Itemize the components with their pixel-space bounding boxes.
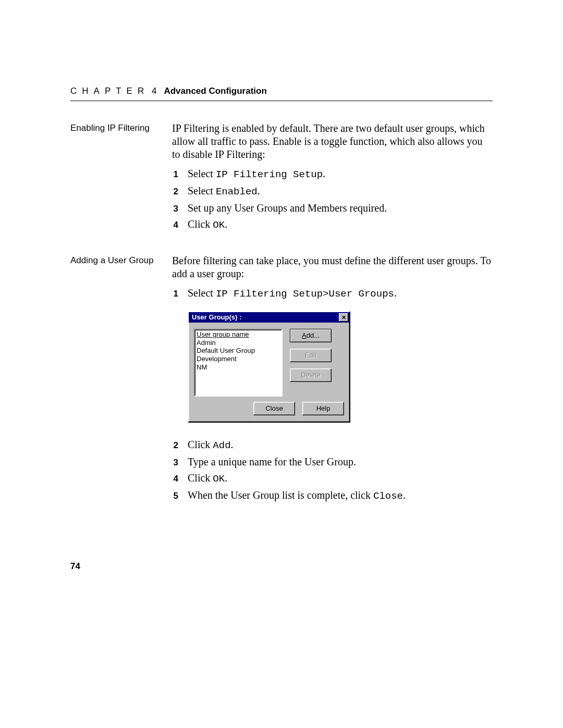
page-number: 74 — [70, 561, 80, 572]
step-number: 4 — [172, 473, 178, 484]
step-item: 2 Select Enabled. — [172, 184, 493, 199]
dialog-title: User Group(s) : — [192, 313, 241, 322]
edit-button: Edit — [290, 349, 332, 362]
step-number: 1 — [172, 288, 178, 299]
section-adding-user-group: Adding a User Group Before filtering can… — [70, 254, 493, 512]
dialog-figure: User Group(s) : ✕ User group name Admin … — [188, 311, 493, 423]
intro-para-2: Before filtering can take place, you mus… — [172, 254, 493, 280]
delete-button: Delete — [290, 368, 332, 382]
list-item[interactable]: Default User Group — [197, 347, 280, 355]
dialog-button-column: Add... Edit Delete — [290, 329, 332, 397]
step-number: 5 — [172, 490, 178, 501]
step-item: 4 Click OK. — [172, 218, 493, 232]
step-text: Type a unique name for the User Group. — [188, 455, 493, 468]
chapter-label: CHAPTER 4 — [70, 86, 156, 96]
step-item: 1 Select IP Filtering Setup. — [172, 167, 493, 181]
help-button[interactable]: Help — [302, 402, 344, 415]
step-number: 2 — [172, 440, 178, 451]
section-enabling-ip-filtering: Enabling IP Filtering IP Filtering is en… — [70, 122, 493, 241]
user-group-listbox[interactable]: User group name Admin Default User Group… — [194, 329, 283, 397]
list-item[interactable]: Development — [197, 355, 280, 363]
add-button[interactable]: Add... — [290, 329, 332, 342]
side-heading-enabling: Enabling IP Filtering — [70, 122, 162, 133]
step-text: Click Add. — [188, 438, 493, 452]
step-text: Select IP Filtering Setup. — [188, 167, 493, 181]
body-col-1: IP Filtering is enabled by default. Ther… — [172, 122, 493, 241]
step-item: 1 Select IP Filtering Setup>User Groups. — [172, 287, 493, 301]
step-number: 3 — [172, 457, 178, 468]
step-text: Select Enabled. — [188, 184, 493, 199]
steps-list-1: 1 Select IP Filtering Setup. 2 Select En… — [172, 167, 493, 231]
chapter-title: Advanced Configuration — [164, 86, 266, 96]
intro-para-1: IP Filtering is enabled by default. Ther… — [172, 122, 493, 161]
step-number: 1 — [172, 169, 178, 180]
step-text: When the User Group list is complete, cl… — [188, 489, 493, 503]
step-item: 4 Click OK. — [172, 472, 493, 486]
chapter-word: CHAPTER — [70, 86, 149, 96]
step-text: Select IP Filtering Setup>User Groups. — [188, 287, 493, 301]
step-text: Click OK. — [188, 472, 493, 486]
step-item: 2 Click Add. — [172, 438, 493, 452]
step-item: 3 Type a unique name for the User Group. — [172, 455, 493, 468]
side-heading-adding: Adding a User Group — [70, 254, 162, 266]
step-number: 4 — [172, 219, 178, 230]
running-header: CHAPTER 4 Advanced Configuration — [70, 86, 493, 96]
header-rule — [70, 101, 493, 101]
listbox-header: User group name — [197, 330, 280, 339]
step-text: Click OK. — [188, 218, 493, 232]
body-col-2: Before filtering can take place, you mus… — [172, 254, 493, 512]
dialog-footer: Close Help — [189, 402, 349, 422]
step-number: 2 — [172, 186, 178, 197]
list-item[interactable]: Admin — [197, 339, 280, 347]
close-button[interactable]: Close — [253, 402, 295, 415]
page: CHAPTER 4 Advanced Configuration Enablin… — [0, 0, 563, 728]
steps-list-2a: 1 Select IP Filtering Setup>User Groups. — [172, 287, 493, 301]
step-item: 5 When the User Group list is complete, … — [172, 489, 493, 503]
step-item: 3 Set up any User Groups and Members req… — [172, 202, 493, 215]
list-item[interactable]: NM — [197, 363, 280, 372]
step-text: Set up any User Groups and Members requi… — [188, 202, 493, 215]
dialog-titlebar: User Group(s) : ✕ — [189, 312, 349, 323]
steps-list-2b: 2 Click Add. 3 Type a unique name for th… — [172, 438, 493, 502]
step-number: 3 — [172, 203, 178, 214]
dialog-body: User group name Admin Default User Group… — [189, 323, 349, 402]
user-groups-dialog: User Group(s) : ✕ User group name Admin … — [188, 311, 350, 423]
close-icon[interactable]: ✕ — [339, 313, 348, 322]
chapter-number: 4 — [152, 86, 156, 96]
